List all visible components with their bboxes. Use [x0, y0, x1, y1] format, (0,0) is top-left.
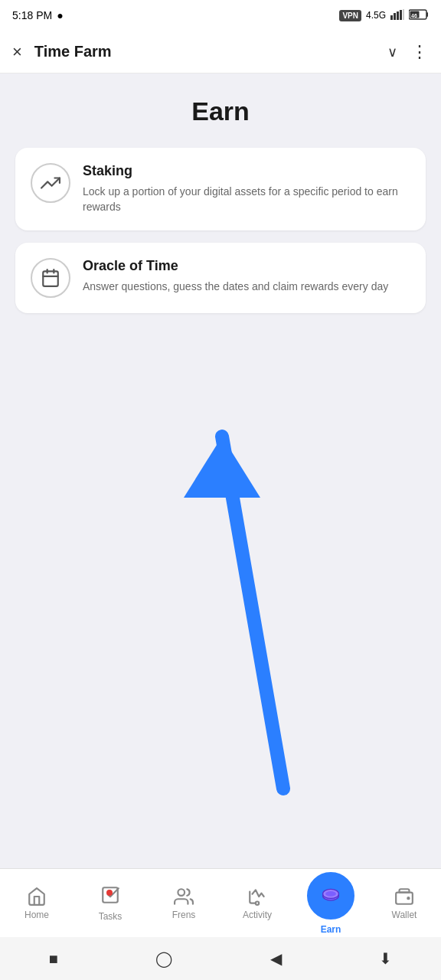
- oracle-description: Answer questions, guess the dates and cl…: [83, 279, 388, 294]
- app-title: Time Farm: [34, 43, 112, 60]
- svg-point-20: [325, 890, 336, 896]
- svg-point-22: [407, 897, 409, 899]
- svg-marker-14: [184, 436, 260, 498]
- nav-item-frens[interactable]: Frens: [147, 880, 220, 926]
- nav-label-tasks: Tasks: [99, 911, 122, 922]
- status-bar: 5:18 PM ● VPN 4.5G 46: [0, 0, 441, 31]
- nav-item-tasks[interactable]: Tasks: [74, 879, 147, 928]
- tasks-icon-wrap: [100, 885, 120, 908]
- android-nav-bar: ■ ◯ ◀ ⬇: [0, 937, 441, 980]
- android-recents-icon[interactable]: ◀: [270, 949, 282, 968]
- activity-icon: [247, 887, 267, 906]
- svg-rect-0: [390, 15, 393, 20]
- frens-icon: [174, 887, 194, 906]
- oracle-title: Oracle of Time: [83, 258, 388, 274]
- time-display: 5:18 PM: [12, 9, 52, 21]
- svg-point-16: [178, 889, 185, 896]
- tasks-notification-dot: [106, 890, 113, 896]
- nav-label-home: Home: [24, 910, 49, 920]
- oracle-card[interactable]: Oracle of Time Answer questions, guess t…: [15, 243, 426, 313]
- nav-item-earn[interactable]: Earn: [294, 866, 368, 941]
- svg-rect-3: [400, 10, 402, 20]
- nav-item-home[interactable]: Home: [0, 880, 74, 926]
- nav-label-activity: Activity: [243, 910, 272, 920]
- svg-rect-9: [43, 271, 58, 286]
- oracle-icon: [31, 258, 70, 298]
- connection-icon: ●: [57, 9, 63, 21]
- staking-icon: [31, 163, 70, 203]
- annotation-arrow: [153, 375, 306, 819]
- svg-rect-6: [426, 12, 428, 17]
- main-content: Earn Staking Lock up a portion of your d…: [0, 74, 441, 313]
- signal-bars-icon: [390, 9, 404, 22]
- android-back-icon[interactable]: ■: [49, 950, 58, 968]
- nav-label-frens: Frens: [172, 910, 196, 920]
- staking-description: Lock up a portion of your digital assets…: [83, 184, 410, 215]
- nav-item-wallet[interactable]: Wallet: [368, 880, 441, 926]
- nav-label-earn: Earn: [321, 924, 341, 935]
- close-button[interactable]: ×: [12, 42, 22, 62]
- svg-rect-4: [403, 9, 404, 20]
- page-title: Earn: [15, 96, 426, 126]
- staking-card[interactable]: Staking Lock up a portion of your digita…: [15, 148, 426, 230]
- nav-item-activity[interactable]: Activity: [220, 880, 294, 926]
- svg-text:46: 46: [411, 13, 417, 18]
- svg-rect-2: [397, 11, 399, 20]
- svg-rect-1: [394, 13, 396, 20]
- battery-icon: 46: [409, 9, 429, 22]
- bottom-navigation: Home Tasks Frens Activity: [0, 868, 441, 937]
- earn-icon: [321, 886, 341, 906]
- home-icon: [27, 887, 47, 906]
- earn-active-circle: [307, 872, 354, 920]
- svg-point-17: [256, 901, 259, 904]
- staking-title: Staking: [83, 163, 410, 179]
- network-signal: 4.5G: [366, 10, 386, 21]
- more-options-icon[interactable]: ⋮: [411, 42, 429, 62]
- chevron-down-icon[interactable]: ∨: [387, 44, 397, 60]
- svg-line-13: [222, 436, 283, 789]
- nav-label-wallet: Wallet: [392, 910, 417, 920]
- wallet-icon: [394, 887, 414, 906]
- android-home-icon[interactable]: ◯: [155, 949, 172, 968]
- vpn-badge: VPN: [339, 10, 361, 21]
- android-extra-icon[interactable]: ⬇: [379, 949, 392, 968]
- app-header: × Time Farm ∨ ⋮: [0, 31, 441, 74]
